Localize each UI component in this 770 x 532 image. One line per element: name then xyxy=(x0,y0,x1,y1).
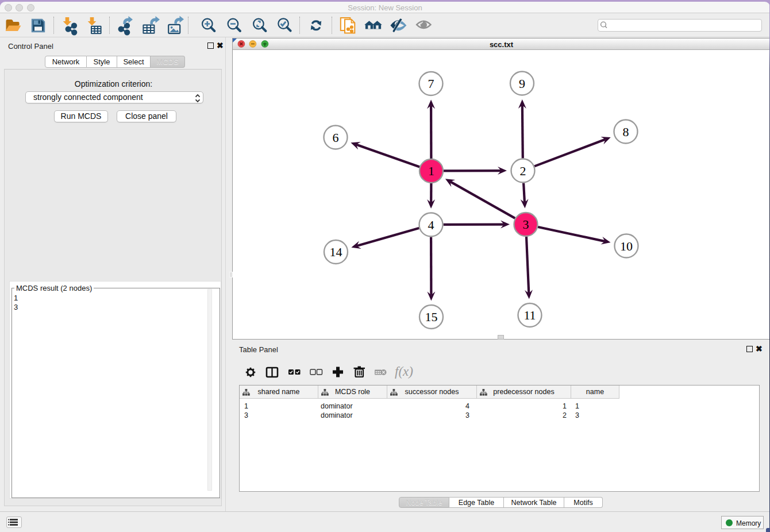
svg-text:2: 2 xyxy=(520,164,526,178)
svg-text:14: 14 xyxy=(330,245,342,259)
svg-text:f(x): f(x) xyxy=(395,364,413,379)
svg-text:7: 7 xyxy=(428,76,434,91)
svg-text:1: 1 xyxy=(428,164,434,178)
svg-text:6: 6 xyxy=(333,130,339,145)
svg-text:10: 10 xyxy=(620,239,633,253)
svg-text:8: 8 xyxy=(623,125,629,139)
svg-text:3: 3 xyxy=(523,217,529,232)
svg-text:Memory: Memory xyxy=(736,519,761,527)
svg-text:15: 15 xyxy=(425,310,438,324)
svg-text:11: 11 xyxy=(523,308,536,322)
svg-text:9: 9 xyxy=(519,76,525,91)
svg-text:4: 4 xyxy=(428,218,434,232)
